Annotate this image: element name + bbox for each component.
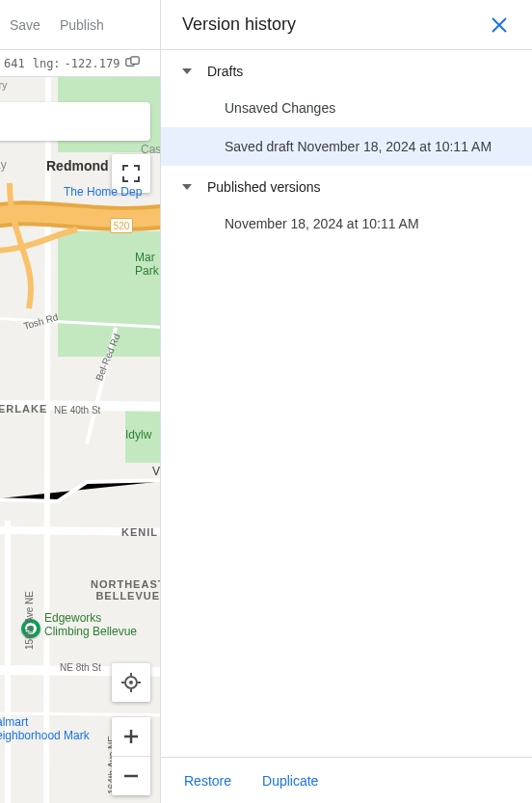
svg-rect-1 (131, 56, 139, 64)
panel-header: Version history (161, 0, 532, 50)
close-icon (491, 16, 508, 34)
map-label-iry: iry (0, 79, 8, 91)
map-label-cast: Cast (141, 143, 160, 156)
panel-title: Version history (182, 14, 296, 35)
lat-fragment: 641 (4, 57, 25, 70)
map-label-nebel: NORTHEAST BELLEVUE (91, 578, 160, 602)
drafts-section-header[interactable]: Drafts (161, 50, 532, 89)
save-button[interactable]: Save (10, 17, 40, 33)
locate-button[interactable] (112, 663, 150, 702)
map-search-box[interactable] (0, 102, 150, 141)
drafts-label: Drafts (207, 64, 243, 79)
crosshair-icon (121, 673, 141, 692)
minus-icon (123, 768, 139, 784)
map-label-ay: ay (0, 158, 7, 172)
map-label-8th: NE 8th St (60, 662, 101, 673)
published-section-header[interactable]: Published versions (161, 166, 532, 204)
svg-point-7 (129, 681, 133, 684)
lng-value: -122.179 (65, 57, 120, 70)
zoom-out-button[interactable] (112, 757, 150, 795)
map-label-park: Mar Park (135, 251, 159, 278)
hwy-shield-520: 520 (110, 218, 133, 233)
publish-button[interactable]: Publish (60, 17, 104, 33)
map-label-erlake: ERLAKE (0, 403, 47, 415)
map-label-156: 156th Ave NE (24, 591, 35, 650)
version-item-saved-draft[interactable]: Saved draft November 18, 2024 at 10:11 A… (161, 127, 532, 166)
map-label-edgeworks: Edgeworks Climbing Bellevue (44, 611, 137, 638)
version-item-published[interactable]: November 18, 2024 at 10:11 AM (161, 204, 532, 243)
panel-footer: Restore Duplicate (161, 757, 532, 803)
map-label-idylw: Idylw (125, 428, 151, 442)
zoom-controls (112, 717, 150, 795)
map-label-city: Redmond (46, 158, 109, 174)
map-label-v: V (152, 465, 160, 478)
plus-icon (123, 729, 139, 744)
map-label-homedepot: The Home Dep (64, 185, 142, 199)
layers-icon[interactable] (125, 56, 145, 71)
restore-button[interactable]: Restore (184, 773, 231, 789)
lng-label: lng: (33, 57, 61, 70)
map-controls (112, 663, 150, 795)
panel-body: Drafts Unsaved Changes Saved draft Novem… (161, 50, 532, 757)
map-label-kenil: KENIL (121, 526, 158, 538)
fullscreen-icon (122, 165, 140, 182)
duplicate-button[interactable]: Duplicate (262, 773, 318, 789)
map-area[interactable]: iry Redmond Cast ay The Home Dep 520 Mar… (0, 77, 160, 803)
map-label-40th: NE 40th St (54, 405, 100, 415)
close-button[interactable] (488, 13, 511, 37)
caret-down-icon (182, 184, 192, 190)
version-item-unsaved[interactable]: Unsaved Changes (161, 89, 532, 127)
map-label-walmart: almart eighborhood Mark (0, 715, 90, 742)
zoom-in-button[interactable] (112, 717, 150, 756)
caret-down-icon (182, 68, 192, 74)
published-label: Published versions (207, 179, 321, 195)
version-history-panel: Version history Drafts Unsaved Changes S… (160, 0, 532, 803)
